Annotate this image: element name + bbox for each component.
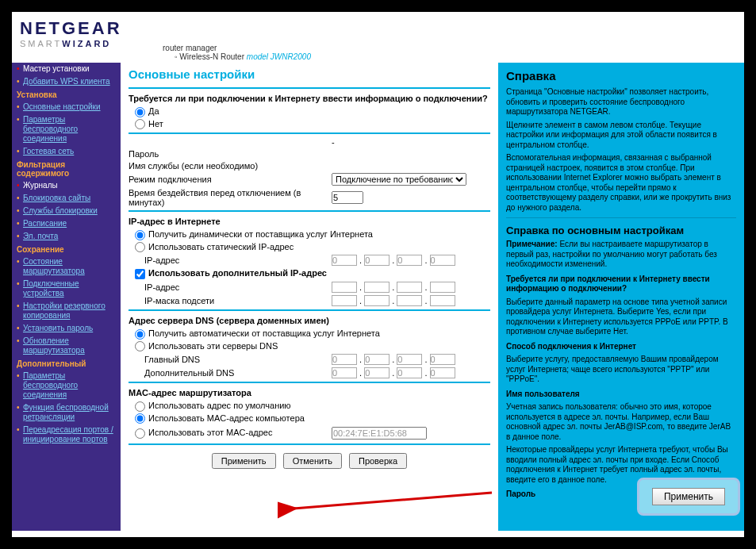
radio-ip-static[interactable]: [135, 242, 145, 252]
header-sub1: router manager: [163, 44, 736, 52]
test-button[interactable]: Проверка: [349, 453, 407, 469]
sidebar-item[interactable]: Основные настройки: [12, 101, 121, 113]
sidebar-item[interactable]: Переадресация портов / инициирование пор…: [12, 424, 121, 446]
sidebar-item[interactable]: Добавить WPS клиента: [12, 75, 121, 88]
sidebar-item[interactable]: Журналы: [12, 179, 121, 192]
sidebar-item[interactable]: Состояние маршрутизатора: [12, 255, 121, 278]
help-title: Справка: [506, 69, 736, 83]
label-ip-mask: IP-маска подсети: [144, 296, 332, 305]
radio-ip-dynamic[interactable]: [135, 230, 145, 240]
sidebar-item[interactable]: Настройки резервного копирования: [12, 300, 121, 322]
sidebar-item[interactable]: Службы блокировки: [12, 205, 121, 217]
section-ip: IP-адрес в Интернете: [129, 217, 490, 226]
input-mac[interactable]: [332, 427, 427, 440]
sidebar-item[interactable]: Блокировка сайты: [12, 192, 121, 205]
sidebar-item[interactable]: Гостевая сеть: [12, 145, 121, 158]
radio-mac-computer[interactable]: [135, 413, 145, 424]
radio-dns-auto[interactable]: [135, 329, 145, 340]
radio-yes[interactable]: [135, 107, 145, 117]
sidebar-item[interactable]: Установить пароль: [12, 322, 121, 335]
action-bar: Применить Отменить Проверка: [129, 453, 490, 469]
label-ip-addr2: IP-адрес: [144, 282, 332, 292]
sidebar-group-label: Дополнительный: [12, 357, 121, 370]
sidebar-item[interactable]: Обновление маршрутизатора: [12, 335, 121, 357]
input-idle[interactable]: [332, 191, 363, 204]
label-service: Имя службы (если необходимо): [129, 161, 490, 171]
sidebar-item[interactable]: Расписание: [12, 217, 121, 230]
sidebar-group-label: Сохранение: [12, 243, 121, 255]
page-title: Основные настройки: [129, 67, 490, 81]
radio-mac-this[interactable]: [135, 428, 145, 439]
apply-callout: Применить: [637, 478, 740, 516]
label-dns-primary: Главный DNS: [144, 355, 332, 364]
brand-logo: NETGEAR: [20, 18, 122, 39]
section-dns: Адрес сервера DNS (сервера доменных имен…: [129, 316, 490, 325]
label-mode: Режим подключения: [129, 175, 332, 184]
sidebar-item[interactable]: Мастер установки: [12, 63, 121, 75]
sidebar-group-label: Фильтрация содержимого: [12, 158, 121, 179]
sidebar-item[interactable]: Параметры беспроводного соединения: [12, 370, 121, 401]
select-mode[interactable]: Подключение по требованию: [332, 173, 466, 186]
sidebar-item[interactable]: Функция беспроводной ретрансляции: [12, 401, 121, 424]
product-tagline: SMARTWIZARD: [20, 39, 122, 48]
sidebar-item[interactable]: Эл. почта: [12, 230, 121, 243]
help-panel: Справка Страница "Основные настройки" по…: [498, 63, 744, 531]
question-login: Требуется ли при подключении к Интернету…: [129, 94, 490, 103]
radio-mac-default[interactable]: [135, 401, 145, 412]
check-ip-additional[interactable]: [135, 269, 145, 279]
radio-dns-manual[interactable]: [135, 341, 145, 351]
help-subtitle: Справка по основным настройкам: [506, 225, 736, 236]
label-idle: Время бездействия перед отключением (в м…: [129, 188, 332, 207]
label-ip-addr: IP-адрес: [144, 255, 332, 265]
ip-static-group: . . .: [332, 255, 490, 266]
header: NETGEAR SMARTWIZARD router manager ◦ Wir…: [12, 12, 744, 63]
label-password: Пароль: [129, 149, 490, 159]
apply-button[interactable]: Применить: [212, 453, 276, 469]
sidebar-item[interactable]: Параметры беспроводного соединения: [12, 113, 121, 145]
sidebar: Мастер установкиДобавить WPS клиентаУста…: [12, 63, 121, 531]
apply-callout-button[interactable]: Применить: [652, 488, 725, 505]
cancel-button[interactable]: Отменить: [283, 453, 342, 469]
section-mac: MAC-адрес маршрутизатора: [129, 388, 490, 397]
field-dash: -: [332, 137, 490, 147]
label-dns-secondary: Дополнительный DNS: [144, 368, 332, 378]
radio-no[interactable]: [135, 119, 145, 129]
main-panel: Основные настройки Требуется ли при подк…: [121, 63, 498, 531]
header-sub2: ◦ Wireless-N Router model JWNR2000: [175, 52, 736, 61]
sidebar-item[interactable]: Подключенные устройства: [12, 278, 121, 300]
sidebar-group-label: Установка: [12, 88, 121, 101]
